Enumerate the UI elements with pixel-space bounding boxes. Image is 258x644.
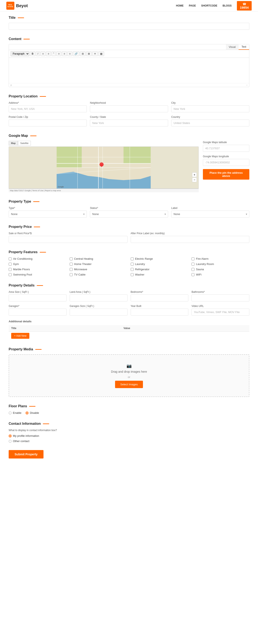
editor-body[interactable] — [9, 58, 249, 83]
lat-input[interactable] — [203, 145, 249, 152]
nav-blogs[interactable]: BLOGS — [222, 4, 232, 7]
status-field: Status* None ▼ — [90, 206, 168, 218]
clear-btn[interactable]: ✕ — [92, 52, 98, 56]
label-select[interactable]: None — [171, 210, 249, 218]
video-field: Video URL — [191, 304, 249, 316]
electric-range-checkbox[interactable] — [131, 258, 134, 260]
garages-size-input[interactable] — [70, 308, 127, 316]
home-theater-checkbox[interactable] — [70, 263, 73, 266]
tv-cable-checkbox[interactable] — [70, 273, 73, 276]
select-images-btn[interactable]: Select Images — [115, 381, 143, 388]
place-pin-btn[interactable]: Place the pin the address above — [203, 169, 249, 180]
title-input[interactable] — [9, 23, 249, 30]
table-value-col: Value — [121, 325, 249, 332]
link-btn[interactable]: 🔗 — [73, 52, 79, 56]
nav-page[interactable]: PAGE — [189, 4, 196, 7]
tab-visual[interactable]: Visual — [226, 44, 238, 50]
table-btn[interactable]: ▦ — [98, 52, 104, 56]
gym-checkbox[interactable] — [9, 263, 12, 266]
home-theater-label: Home Theater — [74, 262, 92, 266]
land-input[interactable] — [70, 294, 127, 302]
align-center-btn[interactable]: ≡ — [62, 52, 67, 56]
submit-button[interactable]: Submit Property — [9, 450, 44, 458]
country-input[interactable] — [171, 120, 249, 126]
quote-btn[interactable]: " — [52, 52, 56, 56]
nav-shortcode[interactable]: SHORTCODE — [201, 4, 217, 7]
air-conditioning-checkbox[interactable] — [9, 258, 12, 260]
zoom-out-btn[interactable]: − — [192, 178, 197, 182]
map-tab-satellite[interactable]: Satellite — [18, 141, 31, 146]
sauna-checkbox[interactable] — [191, 268, 194, 271]
contact-profile[interactable]: My profile information — [9, 434, 39, 438]
features-grid: Air Conditioning Central Heating Electri… — [9, 257, 249, 276]
laundry-checkbox[interactable] — [131, 263, 134, 266]
type-field: Type* None ▼ — [9, 206, 87, 218]
zoom-in-btn[interactable]: + — [192, 172, 197, 177]
insert-btn[interactable]: ⊞ — [80, 52, 85, 56]
ol-btn[interactable]: ≡ — [46, 52, 51, 56]
lng-input[interactable] — [203, 159, 249, 166]
remove-btn[interactable]: ⊠ — [86, 52, 92, 56]
lng-input-wrap — [203, 159, 249, 166]
county-input[interactable] — [90, 120, 168, 126]
editor-resize-handle[interactable]: ↕ — [246, 84, 247, 86]
sale-field: Sale or Rent Price*$ — [9, 232, 127, 243]
refrigerator-checkbox[interactable] — [131, 268, 134, 271]
nav-home[interactable]: HOME — [176, 4, 184, 7]
bathrooms-label: Bathrooms* — [191, 290, 249, 294]
title-heading: Title — [9, 16, 249, 20]
wifi-checkbox[interactable] — [191, 273, 194, 276]
marble-floors-checkbox[interactable] — [9, 268, 12, 271]
media-upload-area[interactable]: 📷 Drag and drop images here or Select Im… — [9, 354, 249, 397]
fire-alarm-checkbox[interactable] — [191, 258, 194, 260]
microwave-label: Microwave — [74, 268, 87, 271]
laundry-label: Laundry — [135, 262, 145, 266]
type-select[interactable]: None — [9, 210, 87, 218]
swimming-pool-checkbox[interactable] — [9, 273, 12, 276]
ul-btn[interactable]: ≡ — [41, 52, 45, 56]
bedrooms-input[interactable] — [131, 294, 189, 302]
map-tabs: Map Satellite — [9, 141, 199, 146]
laundry-room-checkbox[interactable] — [191, 263, 194, 266]
label-label: Label — [171, 206, 249, 210]
central-heating-checkbox[interactable] — [70, 258, 73, 260]
floorplans-enable[interactable]: Enable — [9, 411, 21, 414]
neighborhood-label: Neighborhood — [90, 102, 168, 104]
label-field: Label None ▼ — [171, 206, 249, 218]
washer-checkbox[interactable] — [131, 273, 134, 276]
align-left-btn[interactable]: ≡ — [56, 52, 61, 56]
paragraph-select[interactable]: Paragraph — [11, 51, 29, 56]
sale-label: Sale or Rent Price*$ — [9, 232, 127, 235]
details-row2: Garages* Garages Size ( SqFt ) Year Buil… — [9, 304, 249, 316]
details-row1: Area Size ( SqFt ) Land Area ( SqFt ) Be… — [9, 290, 249, 302]
county-field: County / State — [90, 116, 168, 126]
video-input[interactable] — [191, 308, 249, 316]
bold-btn[interactable]: B — [30, 52, 35, 56]
bathrooms-input[interactable] — [191, 294, 249, 302]
feature-swimming-pool: Swimming Pool — [9, 273, 67, 276]
add-new-btn[interactable]: + Add New — [11, 333, 29, 339]
contact-other[interactable]: Other contact — [9, 440, 29, 443]
year-built-label: Year Built — [131, 304, 189, 308]
location-heading: Property Location — [9, 94, 249, 98]
after-input[interactable] — [131, 236, 249, 243]
tab-text[interactable]: Text — [238, 44, 249, 50]
floorplans-disable[interactable]: Disable — [26, 411, 39, 414]
postal-input[interactable] — [9, 120, 87, 126]
feature-gym: Gym — [9, 262, 67, 266]
map-tab-map[interactable]: Map — [9, 141, 18, 146]
garages-input[interactable] — [9, 308, 67, 316]
phone-number: 19854 — [240, 6, 249, 9]
city-input[interactable] — [171, 106, 249, 112]
microwave-checkbox[interactable] — [70, 268, 73, 271]
year-built-input[interactable] — [131, 308, 189, 316]
sale-input[interactable] — [9, 236, 127, 243]
area-input[interactable] — [9, 294, 67, 302]
status-select[interactable]: None — [90, 210, 168, 218]
feature-tv-cable: TV Cable — [70, 273, 127, 276]
address-input[interactable] — [9, 106, 87, 112]
align-right-btn[interactable]: ≡ — [67, 52, 72, 56]
italic-btn[interactable]: I — [36, 52, 40, 56]
neighborhood-input[interactable] — [90, 106, 168, 112]
phone-button[interactable]: ☎ 19854 — [237, 1, 252, 10]
